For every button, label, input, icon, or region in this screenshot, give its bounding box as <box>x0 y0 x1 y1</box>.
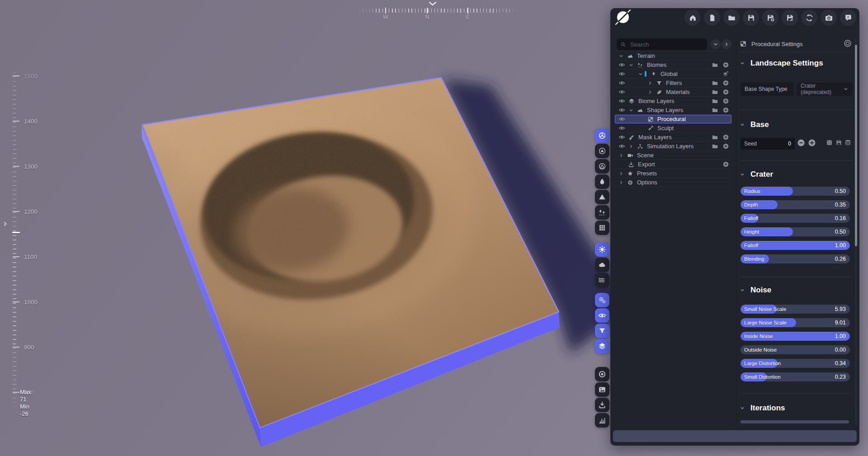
slider-falloff[interactable]: Falloff0.16 <box>741 214 850 223</box>
gears-tool-button[interactable] <box>595 293 609 307</box>
tree-row-biomes[interactable]: Biomes <box>615 61 731 70</box>
section-landscape-settings[interactable]: Landscape Settings <box>740 59 823 68</box>
camera-button[interactable] <box>821 9 837 26</box>
file-button[interactable] <box>704 9 720 26</box>
layers-add-button[interactable] <box>722 71 729 78</box>
save-seed-button[interactable] <box>835 139 843 146</box>
eye-tool-button[interactable] <box>595 308 609 323</box>
tree-row-biome-layers[interactable]: Biome Layers <box>615 97 731 106</box>
chevron-right-icon[interactable] <box>627 144 635 149</box>
base-shape-type-dropdown[interactable]: Crater (deprecated) <box>797 82 853 96</box>
settings-horizontal-scrollbar[interactable] <box>741 420 849 423</box>
chevron-down-icon[interactable] <box>627 62 635 68</box>
chevron-down-icon[interactable] <box>617 53 625 59</box>
chevron-right-icon[interactable] <box>646 80 654 86</box>
chart-tool-button[interactable] <box>595 413 609 428</box>
add-button[interactable] <box>722 98 729 105</box>
tri-a-tool-button[interactable] <box>595 144 609 158</box>
compass-heading-bar[interactable]: W N E <box>356 0 519 23</box>
droplet-tool-button[interactable] <box>595 174 609 189</box>
slider-outside-noise[interactable]: Outside Noise0.00 <box>741 345 850 354</box>
scrollbar-thumb[interactable] <box>855 45 857 246</box>
funnel-tool-button[interactable] <box>595 324 609 338</box>
chevron-right-icon[interactable] <box>617 153 625 158</box>
slider-blending[interactable]: Blending0.26 <box>741 254 850 263</box>
visibility-toggle[interactable] <box>617 98 627 104</box>
add-button[interactable] <box>722 107 729 114</box>
slider-small-noise-scale[interactable]: Small Noise Scale5.93 <box>741 305 850 314</box>
slider-height[interactable]: Height0.50 <box>741 227 850 236</box>
slider-large-distortion[interactable]: Large Distortion0.34 <box>741 359 850 368</box>
image-tool-button[interactable] <box>595 382 609 397</box>
save-button[interactable] <box>743 9 759 26</box>
folder-button[interactable] <box>711 89 718 96</box>
section-crater[interactable]: Crater <box>740 170 773 179</box>
record-tool-button[interactable] <box>595 367 609 381</box>
waves-tool-button[interactable] <box>595 273 609 287</box>
section-noise[interactable]: Noise <box>740 286 771 295</box>
save-edit-button[interactable] <box>782 9 798 26</box>
section-iterations[interactable]: Iterations <box>740 404 785 413</box>
settings-scrollbar[interactable] <box>855 38 857 425</box>
chevron-down-icon[interactable] <box>636 71 645 77</box>
tree-row-global[interactable]: Global <box>615 70 731 79</box>
slider-radius[interactable]: Radius0.50 <box>741 187 850 196</box>
section-base[interactable]: Base <box>740 120 769 129</box>
add-button[interactable] <box>722 143 729 150</box>
search-prev-button[interactable] <box>711 39 721 49</box>
tree-row-options[interactable]: Options <box>615 178 731 187</box>
grid-tool-button[interactable] <box>595 221 609 235</box>
slider-falloff[interactable]: Falloff1.00 <box>741 241 850 250</box>
tree-row-sculpt[interactable]: Sculpt <box>615 124 731 133</box>
tree-row-simulation-layers[interactable]: Simulation Layers <box>615 142 731 151</box>
search-next-button[interactable] <box>722 39 731 49</box>
tree-row-materials[interactable]: Materials <box>615 88 731 97</box>
visibility-toggle[interactable] <box>617 143 627 150</box>
biomes-tool-button[interactable] <box>595 205 609 220</box>
seed-field[interactable]: Seed 0 <box>741 138 795 150</box>
tree-row-filters[interactable]: Filters <box>615 79 731 88</box>
slider-large-noise-scale[interactable]: Large Noise Scale9.01 <box>741 318 850 327</box>
sync-button[interactable] <box>801 9 817 26</box>
seed-history-button[interactable] <box>844 139 852 146</box>
tri-b-tool-button[interactable] <box>595 159 609 174</box>
help-button[interactable] <box>840 9 856 26</box>
home-button[interactable] <box>684 9 701 26</box>
folder-button[interactable] <box>711 143 718 150</box>
tree-row-shape-layers[interactable]: Shape Layers <box>615 106 731 115</box>
chevron-right-icon[interactable] <box>646 89 654 95</box>
tree-row-scene[interactable]: Scene <box>615 151 731 160</box>
chevron-down-icon[interactable] <box>627 108 635 113</box>
add-button[interactable] <box>722 161 729 168</box>
chevron-right-icon[interactable] <box>617 180 625 185</box>
tree-row-presets[interactable]: Presets <box>615 169 731 178</box>
add-button[interactable] <box>722 61 729 69</box>
panel-toggle-button[interactable] <box>843 38 853 48</box>
sun-tool-button[interactable] <box>595 242 609 257</box>
folder-button[interactable] <box>723 9 740 26</box>
folder-button[interactable] <box>711 98 718 105</box>
expand-left-panel-button[interactable] <box>2 221 9 227</box>
chevron-right-icon[interactable] <box>617 171 625 176</box>
add-button[interactable] <box>722 134 729 141</box>
save-plus-button[interactable] <box>762 9 778 26</box>
cloud-tool-button[interactable] <box>595 258 609 272</box>
download-tool-button[interactable] <box>595 398 609 412</box>
slider-depth[interactable]: Depth0.35 <box>741 200 850 209</box>
slider-small-distortion[interactable]: Small Distortion0.23 <box>741 372 850 381</box>
tree-row-terrain[interactable]: Terrain <box>615 52 731 61</box>
folder-button[interactable] <box>711 107 718 114</box>
search-box[interactable] <box>617 38 707 50</box>
tree-row-mask-layers[interactable]: Mask Layers <box>615 133 731 142</box>
seed-decrement-button[interactable] <box>797 138 806 147</box>
wheel-tool-button[interactable] <box>595 128 609 143</box>
folder-button[interactable] <box>711 61 718 69</box>
visibility-toggle[interactable] <box>617 107 627 113</box>
peak-tool-button[interactable] <box>595 190 609 204</box>
slider-inside-noise[interactable]: Inside Noise1.00 <box>741 332 850 341</box>
tree-row-procedural[interactable]: Procedural <box>615 115 731 124</box>
visibility-toggle[interactable] <box>617 71 627 77</box>
search-input[interactable] <box>629 41 711 48</box>
folder-button[interactable] <box>711 134 718 141</box>
layers-tool-button[interactable] <box>595 339 609 353</box>
